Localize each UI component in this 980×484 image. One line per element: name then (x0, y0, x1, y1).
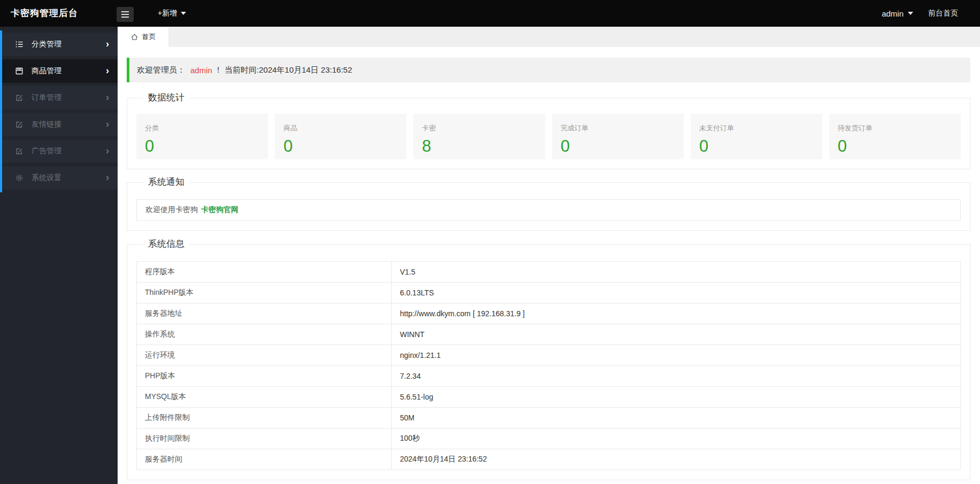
add-new-dropdown[interactable]: +新增 (158, 0, 186, 27)
table-row: 服务器时间 2024年10月14日 23:16:52 (137, 449, 961, 470)
stat-label: 未支付订单 (699, 123, 822, 133)
stat-card-pending-shipment: 待发货订单 0 (829, 114, 961, 159)
sysinfo-value: nginx/1.21.1 (392, 345, 961, 366)
welcome-prefix: 欢迎管理员： (137, 65, 185, 75)
notice-section-title: 系统通知 (143, 177, 189, 188)
shop-icon (15, 67, 25, 75)
stat-value: 0 (699, 137, 822, 156)
app-window: 卡密狗管理后台 +新增 admin 前台首页 (0, 0, 980, 484)
stats-section: 数据统计 分类 0 商品 0 卡密 8 完成订单 0 (127, 92, 970, 169)
sysinfo-value: 100秒 (392, 428, 961, 449)
caret-down-icon (908, 12, 913, 15)
list-icon (15, 40, 25, 49)
form-icon (15, 147, 25, 155)
sysinfo-value: 2024年10月14日 23:16:52 (392, 449, 961, 470)
stat-card-unpaid-orders: 未支付订单 0 (691, 114, 822, 159)
tab-bar: 首页 (118, 27, 980, 47)
sysinfo-label: 服务器时间 (137, 449, 392, 470)
sysinfo-label: 运行环境 (137, 345, 392, 366)
tab-home[interactable]: 首页 (118, 27, 168, 47)
sidebar-item-settings[interactable]: 系统设置 › (0, 166, 118, 190)
sysinfo-value: http://www.dkym.com [ 192.168.31.9 ] (392, 303, 961, 324)
stat-label: 商品 (283, 123, 406, 133)
notice-text: 欢迎使用卡密狗 (145, 205, 198, 215)
table-row: MYSQL版本 5.6.51-log (137, 387, 961, 408)
stat-card-goods: 商品 0 (275, 114, 406, 159)
table-row: 程序版本 V1.5 (137, 262, 961, 283)
sysinfo-label: 服务器地址 (137, 303, 392, 324)
sysinfo-label: ThinkPHP版本 (137, 283, 392, 303)
table-row: 操作系统 WINNT (137, 324, 961, 345)
stat-card-completed-orders: 完成订单 0 (552, 114, 684, 159)
sysinfo-value: 50M (392, 408, 961, 428)
username: admin (882, 9, 904, 18)
sidebar-item-label: 友情链接 (32, 120, 61, 129)
welcome-alert: 欢迎管理员： admin ！ 当前时间:2024年10月14日 23:16:52 (127, 58, 970, 82)
table-row: 服务器地址 http://www.dkym.com [ 192.168.31.9… (137, 303, 961, 324)
admin-name: admin (185, 66, 214, 75)
sidebar-item-links[interactable]: 友情链接 › (0, 113, 118, 136)
gear-icon (15, 174, 25, 182)
form-icon (15, 93, 25, 102)
sysinfo-section: 系统信息 程序版本 V1.5 ThinkPHP版本 6.0.13LTS 服务器地… (127, 239, 970, 480)
user-dropdown[interactable]: admin (882, 9, 913, 18)
chevron-right-icon: › (106, 146, 109, 155)
stat-card-category: 分类 0 (136, 114, 268, 159)
add-new-label: +新增 (158, 9, 177, 18)
sidebar-item-orders[interactable]: 订单管理 › (0, 86, 118, 110)
sysinfo-label: PHP版本 (137, 366, 392, 387)
chevron-right-icon: › (106, 66, 109, 75)
chevron-right-icon: › (106, 173, 109, 182)
sidebar-item-ads[interactable]: 广告管理 › (0, 139, 118, 163)
sidebar-item-goods[interactable]: 商品管理 › (0, 59, 118, 83)
sysinfo-value: 7.2.34 (392, 366, 961, 387)
stats-section-title: 数据统计 (143, 92, 189, 103)
front-home-link[interactable]: 前台首页 (928, 9, 958, 18)
table-row: 运行环境 nginx/1.21.1 (137, 345, 961, 366)
sysinfo-value: V1.5 (392, 262, 961, 283)
sysinfo-table: 程序版本 V1.5 ThinkPHP版本 6.0.13LTS 服务器地址 htt… (136, 261, 961, 470)
stat-label: 待发货订单 (838, 123, 961, 133)
sysinfo-value: 6.0.13LTS (392, 283, 961, 303)
hamburger-icon (121, 11, 129, 12)
stat-value: 0 (283, 137, 406, 156)
sidebar-menu: 分类管理 › 商品管理 › 订单管理 › (0, 27, 118, 190)
sysinfo-value: 5.6.51-log (392, 387, 961, 408)
stat-value: 0 (145, 137, 268, 156)
sysinfo-label: 上传附件限制 (137, 408, 392, 428)
sidebar-scrollbar-thumb[interactable] (0, 30, 2, 192)
official-site-link[interactable]: 卡密狗官网 (201, 205, 238, 215)
top-header: 卡密狗管理后台 +新增 admin 前台首页 (0, 0, 980, 27)
stat-value: 0 (561, 137, 684, 156)
caret-down-icon (181, 12, 186, 15)
stat-value: 8 (422, 137, 545, 156)
table-row: ThinkPHP版本 6.0.13LTS (137, 283, 961, 303)
stats-cards: 分类 0 商品 0 卡密 8 完成订单 0 未支付订单 0 (136, 114, 961, 159)
table-row: PHP版本 7.2.34 (137, 366, 961, 387)
sidebar-item-label: 系统设置 (32, 173, 61, 183)
sysinfo-value: WINNT (392, 324, 961, 345)
stat-label: 完成订单 (561, 123, 684, 133)
stat-label: 分类 (145, 123, 268, 133)
stat-label: 卡密 (422, 123, 545, 133)
welcome-suffix: ！ 当前时间:2024年10月14日 23:16:52 (214, 65, 352, 75)
sysinfo-label: MYSQL版本 (137, 387, 392, 408)
form-icon (15, 120, 25, 129)
sysinfo-label: 操作系统 (137, 324, 392, 345)
notice-box: 欢迎使用卡密狗 卡密狗官网 (136, 199, 961, 221)
chevron-right-icon: › (106, 92, 109, 102)
sidebar-item-label: 订单管理 (32, 93, 61, 103)
app-title: 卡密狗管理后台 (11, 0, 78, 27)
sidebar-item-category[interactable]: 分类管理 › (0, 33, 118, 56)
header-right: admin 前台首页 (882, 0, 958, 27)
sysinfo-label: 程序版本 (137, 262, 392, 283)
notice-section: 系统通知 欢迎使用卡密狗 卡密狗官网 (127, 177, 970, 231)
sidebar-item-label: 广告管理 (32, 146, 61, 156)
home-icon (130, 33, 138, 41)
table-row: 上传附件限制 50M (137, 408, 961, 428)
sidebar-item-label: 商品管理 (32, 66, 61, 76)
sidebar-toggle-button[interactable] (117, 7, 134, 22)
sidebar: 分类管理 › 商品管理 › 订单管理 › (0, 27, 118, 484)
sidebar-item-label: 分类管理 (32, 40, 61, 49)
stat-card-cardkeys: 卡密 8 (413, 114, 545, 159)
